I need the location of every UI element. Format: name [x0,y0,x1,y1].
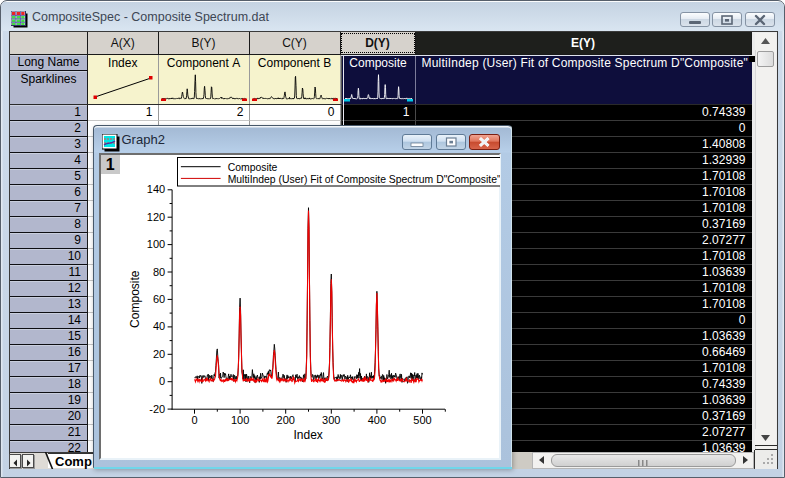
svg-text:400: 400 [368,414,386,426]
svg-text:MultiIndep (User) Fit of Compo: MultiIndep (User) Fit of Composite Spect… [227,174,499,185]
svg-text:200: 200 [276,414,294,426]
svg-text:60: 60 [153,293,165,305]
svg-text:20: 20 [153,348,165,360]
svg-text:Composite: Composite [227,162,277,173]
svg-text:140: 140 [147,184,165,196]
svg-text:100: 100 [147,238,165,250]
svg-text:0: 0 [191,414,197,426]
svg-text:80: 80 [153,266,165,278]
svg-text:100: 100 [231,414,249,426]
svg-text:300: 300 [322,414,340,426]
svg-text:Composite: Composite [128,270,142,328]
svg-text:500: 500 [413,414,431,426]
svg-text:120: 120 [147,211,165,223]
svg-text:0: 0 [159,375,165,387]
svg-text:40: 40 [153,321,165,333]
svg-text:Index: Index [293,428,322,442]
svg-text:-20: -20 [149,403,165,415]
